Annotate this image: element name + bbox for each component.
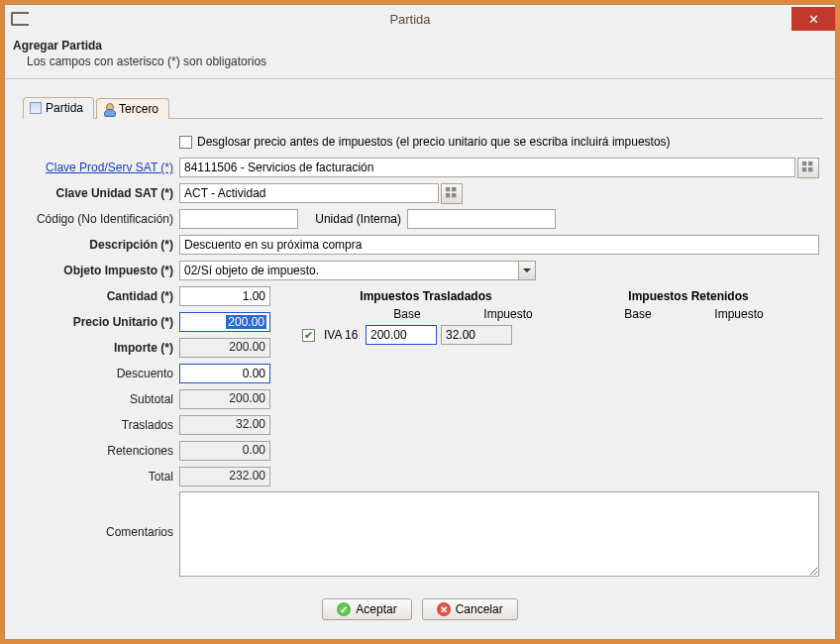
svg-rect-3: [808, 167, 812, 171]
base-header: Base: [371, 307, 443, 321]
check-icon: ✓: [337, 602, 351, 616]
svg-rect-7: [452, 193, 456, 197]
tab-tercero[interactable]: Tercero: [96, 98, 169, 119]
page-title: Agregar Partida: [13, 39, 827, 53]
clave-prod-lookup[interactable]: [797, 158, 819, 178]
user-icon: [103, 103, 115, 115]
codigo-label: Código (No Identificación): [21, 212, 179, 226]
impuesto-header-ret: Impuesto: [703, 307, 775, 321]
traslados-value: 32.00: [179, 415, 270, 435]
codigo-input[interactable]: [179, 209, 298, 229]
iva16-checkbox[interactable]: [302, 329, 315, 342]
precio-label: Precio Unitario (*): [21, 315, 179, 329]
objeto-value: 02/Sí objeto de impuesto.: [180, 264, 518, 277]
retenidos-title: Impuestos Retenidos: [589, 289, 788, 303]
retenciones-value: 0.00: [179, 441, 270, 461]
clave-prod-label[interactable]: Clave Prod/Serv SAT (*): [21, 161, 179, 174]
page-subtitle: Los campos con asterisco (*) son obligat…: [27, 54, 827, 68]
tab-label: Tercero: [119, 102, 158, 116]
iva16-impuesto-value: [441, 325, 512, 345]
clave-prod-input[interactable]: [179, 158, 795, 177]
subtotal-value: 200.00: [179, 389, 270, 409]
form-area: Desglosar precio antes de impuestos (el …: [5, 119, 835, 589]
window-title: Partida: [29, 12, 791, 27]
svg-rect-5: [452, 187, 456, 191]
descuento-label: Descuento: [21, 367, 179, 380]
svg-rect-2: [802, 167, 806, 171]
close-icon: ✕: [808, 12, 819, 27]
unidad-interna-label: Unidad (Interna): [298, 212, 407, 226]
tabs: Partida Tercero: [23, 95, 823, 119]
importe-label: Importe (*): [21, 341, 179, 355]
subtotal-label: Subtotal: [21, 392, 179, 406]
aceptar-button[interactable]: ✓ Aceptar: [322, 598, 411, 620]
cancelar-button[interactable]: ✕ Cancelar: [422, 598, 518, 620]
desglosar-checkbox[interactable]: [179, 136, 192, 149]
descripcion-input[interactable]: [179, 235, 819, 255]
cancelar-label: Cancelar: [456, 602, 503, 616]
clave-unidad-label: Clave Unidad SAT (*): [21, 186, 179, 200]
svg-rect-6: [446, 193, 450, 197]
titlebar: Partida ✕: [5, 5, 835, 33]
objeto-label: Objeto Impuesto (*): [21, 264, 179, 277]
svg-rect-1: [808, 161, 812, 165]
precio-input[interactable]: 200.00: [179, 312, 270, 332]
svg-rect-0: [802, 161, 806, 165]
clave-unidad-input[interactable]: [179, 183, 439, 203]
tax-section: Impuestos Trasladados Base Impuesto IVA …: [302, 289, 827, 345]
desglosar-label: Desglosar precio antes de impuestos (el …: [197, 135, 671, 149]
clave-unidad-lookup[interactable]: [441, 183, 463, 204]
tab-label: Partida: [46, 101, 83, 115]
traslados-label: Traslados: [21, 418, 179, 432]
aceptar-label: Aceptar: [356, 602, 396, 616]
chevron-down-icon[interactable]: [518, 262, 535, 279]
comentarios-input[interactable]: [179, 491, 819, 577]
cantidad-input[interactable]: [179, 286, 270, 306]
form-icon: [30, 102, 42, 114]
total-value: 232.00: [179, 467, 270, 486]
trasladados-title: Impuestos Trasladados: [302, 289, 550, 303]
impuesto-header: Impuesto: [472, 307, 544, 321]
app-icon: [11, 12, 29, 26]
importe-value: 200.00: [179, 338, 270, 358]
comentarios-label: Comentarios: [21, 491, 179, 539]
cantidad-label: Cantidad (*): [21, 289, 179, 303]
base-header-ret: Base: [602, 307, 674, 321]
close-button[interactable]: ✕: [791, 7, 835, 31]
precio-value: 200.00: [226, 315, 266, 329]
retenciones-label: Retenciones: [21, 444, 179, 458]
svg-rect-4: [446, 187, 450, 191]
grid-icon: [801, 161, 815, 174]
unidad-interna-input[interactable]: [407, 209, 556, 229]
grid-icon: [445, 186, 459, 200]
total-label: Total: [21, 470, 179, 483]
iva16-label: IVA 16: [324, 328, 362, 342]
cancel-icon: ✕: [437, 602, 451, 616]
header: Agregar Partida Los campos con asterisco…: [5, 33, 835, 79]
descripcion-label: Descripción (*): [21, 238, 179, 252]
descuento-input[interactable]: [179, 364, 270, 383]
tab-partida[interactable]: Partida: [23, 97, 94, 119]
iva16-base-input[interactable]: [366, 325, 437, 345]
button-bar: ✓ Aceptar ✕ Cancelar: [5, 598, 835, 628]
objeto-select[interactable]: 02/Sí objeto de impuesto.: [179, 261, 536, 280]
